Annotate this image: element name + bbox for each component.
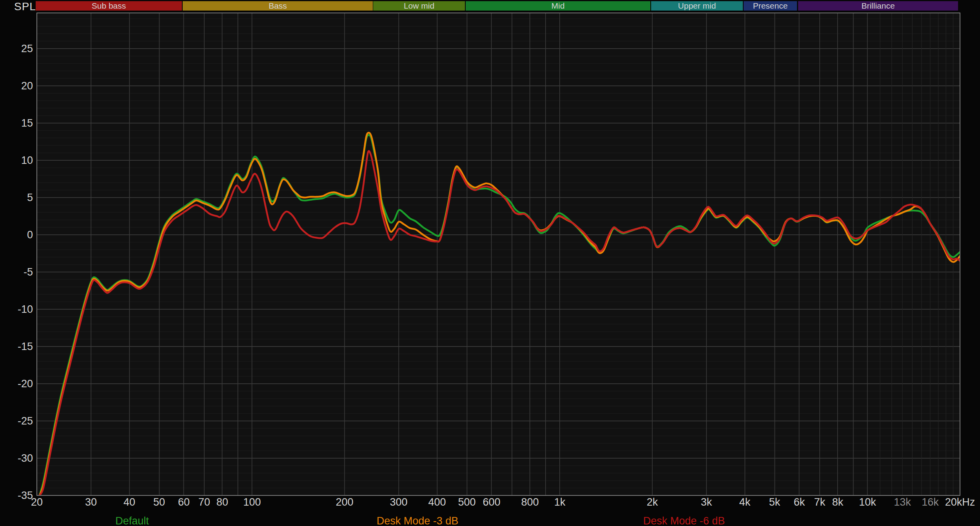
y-tick-label-0: 0	[9, 229, 33, 241]
legend-desk-mode-6-db[interactable]: Desk Mode -6 dB	[643, 515, 725, 526]
legend-default[interactable]: Default	[115, 515, 149, 526]
x-tick-label-2k: 2k	[647, 496, 658, 508]
x-tick-label-30: 30	[85, 496, 97, 508]
x-tick-label-1k: 1k	[554, 496, 566, 508]
x-tick-label-5k: 5k	[769, 496, 780, 508]
y-tick-label-neg35: -35	[9, 490, 33, 502]
x-tick-label-50: 50	[153, 496, 165, 508]
x-tick-label-16k: 16k	[922, 496, 939, 508]
x-tick-label-80: 80	[216, 496, 228, 508]
y-tick-label-10: 10	[9, 154, 33, 167]
y-tick-label-neg5: -5	[9, 266, 33, 278]
x-tick-label-70: 70	[198, 496, 210, 508]
y-tick-label-neg25: -25	[9, 415, 33, 427]
plot-background	[37, 13, 960, 495]
plot-area	[0, 0, 980, 526]
x-tick-label-300: 300	[390, 496, 407, 508]
x-tick-label-400: 400	[428, 496, 446, 508]
y-tick-label-20: 20	[9, 80, 33, 92]
y-tick-label-15: 15	[9, 117, 33, 129]
x-tick-label-10k: 10k	[859, 496, 876, 508]
x-tick-label-6k: 6k	[794, 496, 805, 508]
y-tick-label-neg30: -30	[9, 452, 33, 464]
x-tick-label-8k: 8k	[832, 496, 844, 508]
x-tick-label-7k: 7k	[814, 496, 826, 508]
x-tick-label-100: 100	[243, 496, 261, 508]
y-tick-label-neg10: -10	[9, 303, 33, 316]
x-tick-label-13k: 13k	[894, 496, 911, 508]
y-tick-label-25: 25	[9, 43, 33, 55]
x-tick-label-60: 60	[178, 496, 190, 508]
y-tick-label-neg15: -15	[9, 341, 33, 353]
y-tick-label-5: 5	[9, 192, 33, 204]
x-tick-label-4k: 4k	[739, 496, 751, 508]
x-tick-label-20khz: 20kHz	[945, 496, 975, 508]
x-tick-label-600: 600	[483, 496, 500, 508]
frequency-response-chart: SPL Sub bassBassLow midMidUpper midPrese…	[0, 0, 980, 526]
y-tick-label-neg20: -20	[9, 378, 33, 390]
x-tick-label-3k: 3k	[701, 496, 712, 508]
x-tick-label-800: 800	[521, 496, 539, 508]
x-tick-label-200: 200	[336, 496, 353, 508]
x-tick-label-40: 40	[123, 496, 135, 508]
legend-desk-mode-3-db[interactable]: Desk Mode -3 dB	[377, 515, 459, 526]
x-tick-label-500: 500	[458, 496, 475, 508]
